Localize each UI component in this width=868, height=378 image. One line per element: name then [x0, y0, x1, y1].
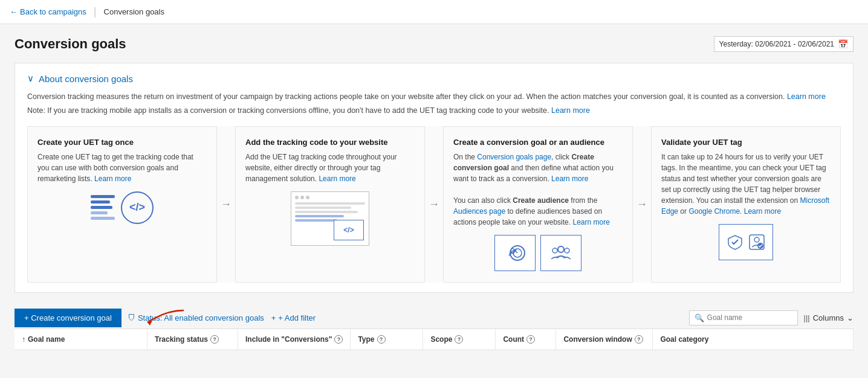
step-4-learn-more[interactable]: Learn more	[744, 207, 781, 216]
svg-point-2	[558, 246, 564, 252]
step-1-title: Create your UET tag once	[37, 138, 207, 147]
add-filter-icon: +	[271, 313, 276, 322]
back-link-label: Back to campaigns	[20, 7, 86, 16]
th-include-conversions-label: Include in "Conversions"	[245, 335, 332, 344]
step-arrow-2: →	[425, 126, 443, 283]
step-4-title: Validate your UET tag	[661, 138, 831, 147]
chevron-down-icon: ∨	[27, 73, 34, 84]
learn-more-link-1[interactable]: Learn more	[787, 92, 826, 101]
step-2-title: Add the tracking code to your website	[245, 138, 415, 147]
lines-block	[91, 195, 115, 220]
include-conversions-help-icon[interactable]: ?	[334, 335, 343, 344]
step-card-3: Create a conversion goal or an audience …	[443, 126, 633, 283]
columns-label: Columns	[813, 313, 844, 322]
count-help-icon[interactable]: ?	[526, 335, 535, 344]
step-card-4: Validate your UET tag It can take up to …	[651, 126, 841, 283]
toolbar-area: + Create conversion goal ⛉ Status: All e…	[15, 303, 853, 350]
add-filter-button[interactable]: + + Add filter	[271, 313, 316, 322]
th-count-label: Count	[503, 335, 524, 344]
search-icon: 🔍	[695, 313, 704, 322]
step-2-learn-more[interactable]: Learn more	[319, 175, 355, 183]
about-toggle-label: About conversion goals	[39, 74, 133, 84]
th-goal-category: Goal category	[653, 329, 853, 350]
website-line	[295, 219, 337, 222]
validate-icon-box	[719, 224, 773, 260]
calendar-icon: 📅	[838, 39, 848, 49]
filter-status-label: Status: All enabled conversion goals	[138, 313, 264, 322]
columns-chevron-icon: ⌄	[847, 313, 853, 322]
google-chrome-link[interactable]: Google Chrome	[688, 207, 740, 216]
website-dot	[300, 196, 304, 199]
step-1-desc: Create one UET tag to get the tracking c…	[37, 152, 207, 184]
website-dots	[295, 196, 365, 199]
website-dot	[306, 196, 309, 199]
th-goal-name-label: Goal name	[28, 335, 65, 344]
learn-more-link-2[interactable]: Learn more	[551, 106, 590, 115]
steps-row: Create your UET tag once Create one UET …	[27, 126, 841, 283]
date-picker[interactable]: Yesterday: 02/06/2021 - 02/06/2021 📅	[714, 36, 853, 52]
about-section: ∨ About conversion goals Conversion trac…	[15, 63, 853, 293]
top-nav: ← Back to campaigns | Conversion goals	[0, 0, 868, 24]
th-scope: Scope ?	[423, 329, 496, 350]
step-2-desc: Add the UET tag tracking code throughout…	[245, 152, 415, 184]
line-bar	[91, 195, 115, 198]
conversion-window-help-icon[interactable]: ?	[635, 335, 643, 344]
th-type: Type ?	[351, 329, 423, 350]
back-arrow-icon: ←	[10, 7, 18, 16]
step-3-learn-more-2[interactable]: Learn more	[572, 218, 609, 226]
columns-button[interactable]: ||| Columns ⌄	[804, 313, 853, 322]
website-dot	[295, 196, 299, 199]
step-3-desc: On the Conversion goals page, click Crea…	[453, 152, 623, 228]
line-bar	[91, 211, 108, 214]
sort-up-icon: ↑	[22, 335, 25, 344]
search-input[interactable]	[707, 313, 792, 322]
about-toggle[interactable]: ∨ About conversion goals	[27, 73, 841, 84]
th-tracking-status: Tracking status ?	[147, 329, 238, 350]
step-1-learn-more[interactable]: Learn more	[94, 175, 131, 183]
create-conversion-goal-button[interactable]: + Create conversion goal	[15, 309, 121, 327]
conversion-goals-page-link[interactable]: Conversion goals page	[477, 153, 551, 161]
step-card-1: Create your UET tag once Create one UET …	[27, 126, 217, 283]
type-help-icon[interactable]: ?	[377, 335, 386, 344]
th-include-conversions: Include in "Conversions" ?	[238, 329, 351, 350]
table-header: ↑ Goal name Tracking status ? Include in…	[15, 328, 853, 350]
audiences-page-link[interactable]: Audiences page	[453, 207, 505, 216]
page-title: Conversion goals	[15, 36, 126, 52]
back-to-campaigns-link[interactable]: ← Back to campaigns	[10, 7, 94, 16]
about-description-1: Conversion tracking measures the return …	[27, 91, 841, 103]
line-bar	[91, 200, 110, 203]
website-illustration: </>	[291, 191, 369, 246]
step-4-icon-area	[661, 224, 831, 260]
breadcrumb-current: Conversion goals	[97, 7, 164, 16]
conversion-goal-icon	[494, 235, 536, 271]
add-filter-label: + Add filter	[278, 313, 316, 322]
th-count: Count ?	[496, 329, 556, 350]
website-line	[295, 202, 365, 205]
step-card-2: Add the tracking code to your website Ad…	[235, 126, 425, 283]
th-type-label: Type	[358, 335, 374, 344]
website-line	[295, 215, 344, 217]
th-scope-label: Scope	[430, 335, 452, 344]
scope-help-icon[interactable]: ?	[455, 335, 463, 344]
filter-icon: ⛉	[128, 313, 135, 322]
line-bar	[91, 217, 115, 220]
th-tracking-status-label: Tracking status	[155, 335, 208, 344]
tracking-status-help-icon[interactable]: ?	[210, 335, 219, 344]
th-goal-name: ↑ Goal name	[15, 329, 147, 350]
main-content: Conversion goals Yesterday: 02/06/2021 -…	[0, 24, 868, 378]
search-box[interactable]: 🔍	[689, 310, 798, 325]
audience-icon	[540, 235, 581, 271]
code-circle-icon: </>	[121, 191, 154, 224]
step-arrow-3: →	[633, 126, 651, 283]
svg-point-6	[754, 237, 759, 242]
about-description-2: Note: If you are tracking mobile app ins…	[27, 105, 841, 117]
date-range-text: Yesterday: 02/06/2021 - 02/06/2021	[719, 40, 834, 48]
page-header: Conversion goals Yesterday: 02/06/2021 -…	[15, 36, 853, 52]
code-illustration: </>	[91, 191, 154, 224]
step-1-icon-area: </>	[37, 191, 207, 224]
toolbar-row: + Create conversion goal ⛉ Status: All e…	[15, 303, 853, 327]
filter-status[interactable]: ⛉ Status: All enabled conversion goals	[128, 313, 264, 322]
website-line	[295, 207, 351, 209]
goals-icons	[494, 235, 581, 271]
step-3-learn-more-1[interactable]: Learn more	[551, 175, 588, 183]
